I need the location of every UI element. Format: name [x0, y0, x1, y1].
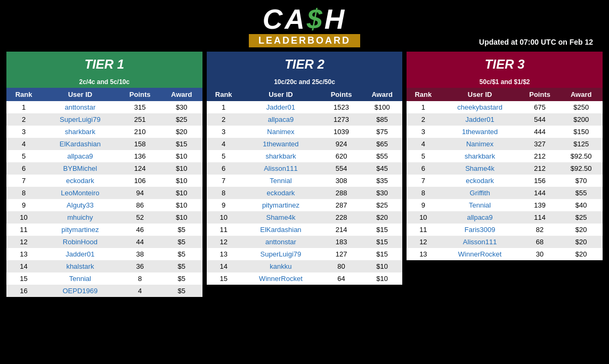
cell-userid: sharkbark: [241, 150, 321, 162]
cell-points: 52: [119, 211, 161, 224]
tier1-section: TIER 1 2c/4c and 5c/10c Rank User ID Poi…: [6, 52, 202, 297]
tier1-title: TIER 1: [6, 52, 202, 76]
cell-award: $10: [161, 187, 202, 199]
cell-userid: Alisson111: [440, 236, 520, 248]
cell-userid: Shame4k: [241, 211, 321, 224]
tier3-table: TIER 3 50c/$1 and $1/$2 Rank User ID Poi…: [407, 52, 603, 260]
cell-points: 68: [520, 236, 559, 248]
cell-points: 139: [520, 199, 559, 211]
cell-award: $55: [362, 150, 402, 162]
table-row: 8LeoMonteiro94$10: [6, 187, 202, 199]
cell-userid: eckodark: [41, 175, 119, 187]
tier2-title: TIER 2: [207, 52, 403, 76]
table-row: 7eckodark156$70: [407, 175, 603, 187]
cell-points: 287: [321, 199, 362, 211]
cell-userid: 1thewanted: [440, 126, 520, 138]
table-row: 10mhuichy52$10: [6, 211, 202, 224]
table-row: 2Jadder01544$200: [407, 113, 603, 126]
cell-points: 156: [520, 175, 559, 187]
cell-rank: 14: [6, 260, 41, 272]
cell-rank: 1: [207, 101, 241, 113]
tables-container: TIER 1 2c/4c and 5c/10c Rank User ID Poi…: [0, 52, 609, 301]
cell-userid: anttonstar: [241, 236, 321, 248]
cell-rank: 1: [407, 101, 440, 113]
table-row: 12anttonstar183$15: [207, 236, 403, 248]
cell-rank: 3: [207, 126, 241, 138]
table-row: 41thewanted924$65: [207, 138, 403, 150]
cell-userid: Jadder01: [41, 248, 119, 260]
cell-points: 4: [119, 285, 161, 297]
cell-award: $10: [161, 199, 202, 211]
table-row: 1Jadder011523$100: [207, 101, 403, 113]
cell-rank: 10: [6, 211, 41, 224]
cell-userid: Tennial: [241, 175, 321, 187]
cell-award: $250: [559, 101, 603, 113]
cell-userid: SuperLuigi79: [41, 113, 119, 126]
cell-rank: 11: [207, 224, 241, 236]
cell-rank: 3: [6, 126, 41, 138]
cell-userid: eckodark: [440, 175, 520, 187]
cell-rank: 12: [207, 236, 241, 248]
cell-points: 1039: [321, 126, 362, 138]
cell-rank: 15: [6, 272, 41, 285]
table-row: 10allpaca9114$25: [407, 211, 603, 224]
cell-points: 251: [119, 113, 161, 126]
cell-userid: SuperLuigi79: [241, 248, 321, 260]
cell-points: 924: [321, 138, 362, 150]
cell-award: $10: [362, 272, 402, 285]
cell-award: $10: [161, 175, 202, 187]
cell-userid: Alguty33: [41, 199, 119, 211]
cell-points: 1273: [321, 113, 362, 126]
cell-rank: 2: [407, 113, 440, 126]
cell-rank: 15: [207, 272, 241, 285]
cell-points: 210: [119, 126, 161, 138]
table-row: 5sharkbark212$92.50: [407, 150, 603, 162]
tier3-col-rank: Rank: [407, 88, 440, 101]
cell-userid: sharkbark: [440, 150, 520, 162]
cell-points: 46: [119, 224, 161, 236]
cell-userid: Nanimex: [440, 138, 520, 150]
table-row: 7Tennial308$35: [207, 175, 403, 187]
table-row: 2SuperLuigi79251$25: [6, 113, 202, 126]
cell-award: $25: [362, 199, 402, 211]
cell-points: 144: [520, 187, 559, 199]
tier2-table: TIER 2 10c/20c and 25c/50c Rank User ID …: [207, 52, 403, 285]
cell-award: $5: [161, 272, 202, 285]
cell-rank: 16: [6, 285, 41, 297]
tier2-col-points: Points: [321, 88, 362, 101]
cell-points: 8: [119, 272, 161, 285]
table-row: 6Shame4k212$92.50: [407, 162, 603, 175]
cell-award: $40: [559, 199, 603, 211]
cell-userid: mhuichy: [41, 211, 119, 224]
cell-award: $15: [362, 248, 402, 260]
cell-points: 106: [119, 175, 161, 187]
tier3-col-award: Award: [559, 88, 603, 101]
table-row: 9pitymartinez287$25: [207, 199, 403, 211]
cell-rank: 6: [6, 162, 41, 175]
cell-award: $150: [559, 126, 603, 138]
table-row: 11pitymartinez46$5: [6, 224, 202, 236]
cell-points: 114: [520, 211, 559, 224]
cell-rank: 9: [407, 199, 440, 211]
table-row: 16OEPD19694$5: [6, 285, 202, 297]
table-row: 12Alisson11168$20: [407, 236, 603, 248]
cell-rank: 12: [6, 236, 41, 248]
cell-userid: allpaca9: [440, 211, 520, 224]
cell-points: 64: [321, 272, 362, 285]
cell-userid: allpaca9: [241, 113, 321, 126]
cell-award: $20: [559, 236, 603, 248]
tier3-col-points: Points: [520, 88, 559, 101]
cell-rank: 13: [407, 248, 440, 260]
cell-userid: OEPD1969: [41, 285, 119, 297]
cell-userid: LeoMonteiro: [41, 187, 119, 199]
cell-award: $20: [559, 224, 603, 236]
table-row: 11Faris300982$20: [407, 224, 603, 236]
cell-award: $85: [362, 113, 402, 126]
cell-award: $15: [362, 224, 402, 236]
tier1-subtitle: 2c/4c and 5c/10c: [6, 76, 202, 88]
cell-rank: 8: [6, 187, 41, 199]
tier3-section: TIER 3 50c/$1 and $1/$2 Rank User ID Poi…: [407, 52, 603, 297]
table-row: 9Alguty3386$10: [6, 199, 202, 211]
cell-rank: 14: [207, 260, 241, 272]
cell-award: $30: [161, 101, 202, 113]
